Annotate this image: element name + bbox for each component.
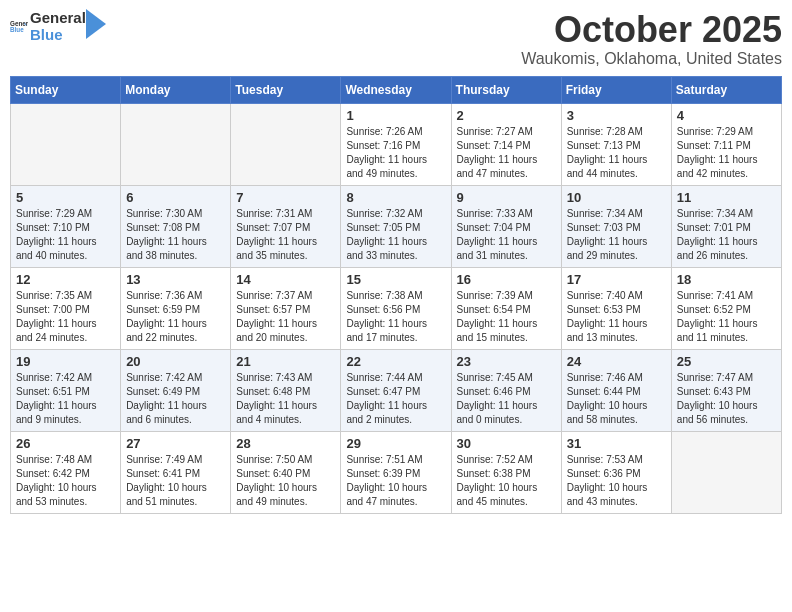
logo-blue-text: Blue: [30, 27, 86, 44]
month-title: October 2025: [521, 10, 782, 50]
day-number: 23: [457, 354, 556, 369]
day-number: 22: [346, 354, 445, 369]
day-number: 1: [346, 108, 445, 123]
day-number: 6: [126, 190, 225, 205]
logo: General Blue General Blue: [10, 10, 106, 43]
weekday-header: Friday: [561, 76, 671, 103]
calendar-cell: [231, 103, 341, 185]
day-info: Sunrise: 7:42 AM Sunset: 6:51 PM Dayligh…: [16, 371, 115, 427]
day-info: Sunrise: 7:32 AM Sunset: 7:05 PM Dayligh…: [346, 207, 445, 263]
day-number: 2: [457, 108, 556, 123]
day-info: Sunrise: 7:27 AM Sunset: 7:14 PM Dayligh…: [457, 125, 556, 181]
day-number: 13: [126, 272, 225, 287]
calendar-cell: 26Sunrise: 7:48 AM Sunset: 6:42 PM Dayli…: [11, 431, 121, 513]
calendar-cell: 30Sunrise: 7:52 AM Sunset: 6:38 PM Dayli…: [451, 431, 561, 513]
calendar-cell: 15Sunrise: 7:38 AM Sunset: 6:56 PM Dayli…: [341, 267, 451, 349]
day-info: Sunrise: 7:46 AM Sunset: 6:44 PM Dayligh…: [567, 371, 666, 427]
calendar-cell: 2Sunrise: 7:27 AM Sunset: 7:14 PM Daylig…: [451, 103, 561, 185]
day-info: Sunrise: 7:39 AM Sunset: 6:54 PM Dayligh…: [457, 289, 556, 345]
calendar-cell: 21Sunrise: 7:43 AM Sunset: 6:48 PM Dayli…: [231, 349, 341, 431]
day-number: 30: [457, 436, 556, 451]
calendar-cell: 23Sunrise: 7:45 AM Sunset: 6:46 PM Dayli…: [451, 349, 561, 431]
calendar-cell: 24Sunrise: 7:46 AM Sunset: 6:44 PM Dayli…: [561, 349, 671, 431]
calendar-week-row: 19Sunrise: 7:42 AM Sunset: 6:51 PM Dayli…: [11, 349, 782, 431]
svg-marker-3: [86, 9, 106, 39]
calendar-cell: 13Sunrise: 7:36 AM Sunset: 6:59 PM Dayli…: [121, 267, 231, 349]
weekday-header: Tuesday: [231, 76, 341, 103]
day-number: 15: [346, 272, 445, 287]
calendar-cell: 4Sunrise: 7:29 AM Sunset: 7:11 PM Daylig…: [671, 103, 781, 185]
day-number: 26: [16, 436, 115, 451]
calendar-week-row: 12Sunrise: 7:35 AM Sunset: 7:00 PM Dayli…: [11, 267, 782, 349]
day-number: 28: [236, 436, 335, 451]
day-number: 21: [236, 354, 335, 369]
day-number: 4: [677, 108, 776, 123]
day-info: Sunrise: 7:29 AM Sunset: 7:10 PM Dayligh…: [16, 207, 115, 263]
calendar-cell: 17Sunrise: 7:40 AM Sunset: 6:53 PM Dayli…: [561, 267, 671, 349]
day-info: Sunrise: 7:49 AM Sunset: 6:41 PM Dayligh…: [126, 453, 225, 509]
day-info: Sunrise: 7:31 AM Sunset: 7:07 PM Dayligh…: [236, 207, 335, 263]
day-info: Sunrise: 7:42 AM Sunset: 6:49 PM Dayligh…: [126, 371, 225, 427]
day-info: Sunrise: 7:28 AM Sunset: 7:13 PM Dayligh…: [567, 125, 666, 181]
calendar-cell: 11Sunrise: 7:34 AM Sunset: 7:01 PM Dayli…: [671, 185, 781, 267]
weekday-header: Wednesday: [341, 76, 451, 103]
day-info: Sunrise: 7:45 AM Sunset: 6:46 PM Dayligh…: [457, 371, 556, 427]
day-info: Sunrise: 7:43 AM Sunset: 6:48 PM Dayligh…: [236, 371, 335, 427]
calendar-cell: 5Sunrise: 7:29 AM Sunset: 7:10 PM Daylig…: [11, 185, 121, 267]
calendar-cell: 9Sunrise: 7:33 AM Sunset: 7:04 PM Daylig…: [451, 185, 561, 267]
day-info: Sunrise: 7:51 AM Sunset: 6:39 PM Dayligh…: [346, 453, 445, 509]
day-info: Sunrise: 7:38 AM Sunset: 6:56 PM Dayligh…: [346, 289, 445, 345]
day-number: 24: [567, 354, 666, 369]
weekday-header: Saturday: [671, 76, 781, 103]
day-number: 11: [677, 190, 776, 205]
calendar-cell: 6Sunrise: 7:30 AM Sunset: 7:08 PM Daylig…: [121, 185, 231, 267]
day-number: 27: [126, 436, 225, 451]
day-number: 19: [16, 354, 115, 369]
calendar-cell: 16Sunrise: 7:39 AM Sunset: 6:54 PM Dayli…: [451, 267, 561, 349]
calendar-cell: 1Sunrise: 7:26 AM Sunset: 7:16 PM Daylig…: [341, 103, 451, 185]
calendar-table: SundayMondayTuesdayWednesdayThursdayFrid…: [10, 76, 782, 514]
day-number: 9: [457, 190, 556, 205]
calendar-cell: [11, 103, 121, 185]
calendar-week-row: 5Sunrise: 7:29 AM Sunset: 7:10 PM Daylig…: [11, 185, 782, 267]
calendar-cell: 8Sunrise: 7:32 AM Sunset: 7:05 PM Daylig…: [341, 185, 451, 267]
day-number: 31: [567, 436, 666, 451]
calendar-cell: 27Sunrise: 7:49 AM Sunset: 6:41 PM Dayli…: [121, 431, 231, 513]
weekday-header: Thursday: [451, 76, 561, 103]
calendar-cell: 19Sunrise: 7:42 AM Sunset: 6:51 PM Dayli…: [11, 349, 121, 431]
day-number: 5: [16, 190, 115, 205]
day-number: 29: [346, 436, 445, 451]
day-info: Sunrise: 7:29 AM Sunset: 7:11 PM Dayligh…: [677, 125, 776, 181]
day-info: Sunrise: 7:35 AM Sunset: 7:00 PM Dayligh…: [16, 289, 115, 345]
calendar-cell: 7Sunrise: 7:31 AM Sunset: 7:07 PM Daylig…: [231, 185, 341, 267]
calendar-week-row: 1Sunrise: 7:26 AM Sunset: 7:16 PM Daylig…: [11, 103, 782, 185]
day-info: Sunrise: 7:37 AM Sunset: 6:57 PM Dayligh…: [236, 289, 335, 345]
calendar-cell: 12Sunrise: 7:35 AM Sunset: 7:00 PM Dayli…: [11, 267, 121, 349]
day-number: 16: [457, 272, 556, 287]
logo-general-text: General: [30, 10, 86, 27]
day-number: 12: [16, 272, 115, 287]
day-number: 18: [677, 272, 776, 287]
calendar-cell: 14Sunrise: 7:37 AM Sunset: 6:57 PM Dayli…: [231, 267, 341, 349]
calendar-cell: 31Sunrise: 7:53 AM Sunset: 6:36 PM Dayli…: [561, 431, 671, 513]
day-number: 8: [346, 190, 445, 205]
day-number: 14: [236, 272, 335, 287]
calendar-cell: 22Sunrise: 7:44 AM Sunset: 6:47 PM Dayli…: [341, 349, 451, 431]
calendar-cell: 28Sunrise: 7:50 AM Sunset: 6:40 PM Dayli…: [231, 431, 341, 513]
day-number: 25: [677, 354, 776, 369]
calendar-cell: 29Sunrise: 7:51 AM Sunset: 6:39 PM Dayli…: [341, 431, 451, 513]
day-info: Sunrise: 7:48 AM Sunset: 6:42 PM Dayligh…: [16, 453, 115, 509]
calendar-cell: 18Sunrise: 7:41 AM Sunset: 6:52 PM Dayli…: [671, 267, 781, 349]
day-info: Sunrise: 7:40 AM Sunset: 6:53 PM Dayligh…: [567, 289, 666, 345]
location-title: Waukomis, Oklahoma, United States: [521, 50, 782, 68]
weekday-header-row: SundayMondayTuesdayWednesdayThursdayFrid…: [11, 76, 782, 103]
day-number: 20: [126, 354, 225, 369]
day-info: Sunrise: 7:34 AM Sunset: 7:01 PM Dayligh…: [677, 207, 776, 263]
day-number: 10: [567, 190, 666, 205]
calendar-cell: 3Sunrise: 7:28 AM Sunset: 7:13 PM Daylig…: [561, 103, 671, 185]
day-number: 7: [236, 190, 335, 205]
calendar-cell: [121, 103, 231, 185]
weekday-header: Monday: [121, 76, 231, 103]
day-info: Sunrise: 7:44 AM Sunset: 6:47 PM Dayligh…: [346, 371, 445, 427]
calendar-cell: 25Sunrise: 7:47 AM Sunset: 6:43 PM Dayli…: [671, 349, 781, 431]
